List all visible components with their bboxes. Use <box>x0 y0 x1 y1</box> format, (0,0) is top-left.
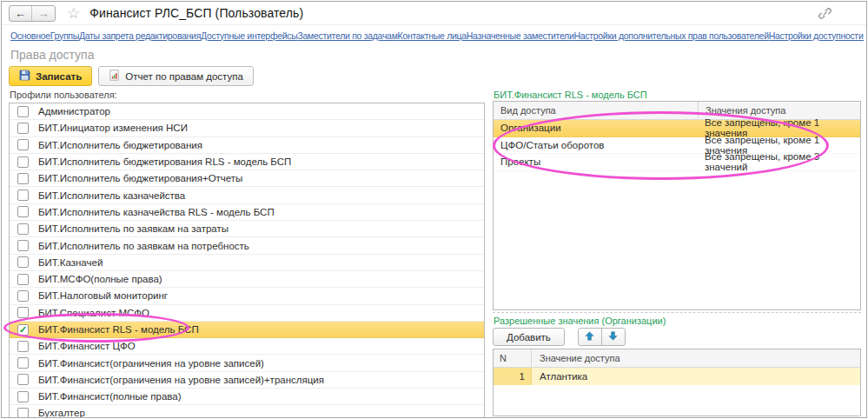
access-kind-cell: Проекты <box>494 156 698 167</box>
forward-button[interactable]: → <box>32 6 55 21</box>
get-link-icon[interactable] <box>818 7 832 23</box>
checkbox[interactable] <box>17 391 29 402</box>
command-bar: Записать Отчет по правам доступа <box>9 66 254 86</box>
checkbox[interactable] <box>17 374 29 385</box>
checkbox[interactable] <box>17 290 29 302</box>
checkbox[interactable] <box>17 357 29 369</box>
nav-link[interactable]: Контактные лица <box>398 30 467 41</box>
access-rights-report-button[interactable]: Отчет по правам доступа <box>98 66 254 86</box>
checkbox[interactable] <box>17 106 29 117</box>
nav-link[interactable]: Доступные интерфейсы <box>201 30 297 41</box>
checkbox[interactable]: ✓ <box>17 324 29 336</box>
profile-row[interactable]: БИТ.Финансист(ограничения на уровне запи… <box>10 355 484 371</box>
profile-label: БИТ.Финансист(ограничения на уровне запи… <box>38 375 324 385</box>
checkbox[interactable] <box>17 123 29 134</box>
nav-link[interactable]: Группы <box>50 30 79 41</box>
profile-row[interactable]: БИТ.Исполнитель бюджетирования+Отчеты <box>10 170 484 187</box>
access-kind-cell: ЦФО/Статьи оборотов <box>494 140 698 150</box>
save-button[interactable]: Записать <box>9 66 92 86</box>
profile-label: БИТ.Исполнитель казначейства RLS - модел… <box>38 207 275 217</box>
profile-row[interactable]: БИТ.Исполнитель казначейства RLS - модел… <box>10 204 484 221</box>
access-panel: БИТ.Финансист RLS - модель БСП Вид досту… <box>493 88 861 416</box>
nav-link[interactable]: Заместители по задачам <box>298 30 398 41</box>
column-header-n[interactable]: N <box>494 349 532 367</box>
access-kind-cell: Организации <box>494 123 698 133</box>
checkbox[interactable] <box>17 256 29 268</box>
column-header-access-value[interactable]: Значение доступа <box>532 353 860 363</box>
move-buttons-group <box>578 328 626 346</box>
checkbox[interactable] <box>17 206 29 217</box>
checkbox[interactable] <box>17 307 29 318</box>
allowed-values-table-header: N Значение доступа <box>494 349 860 368</box>
profile-label: БИТ.Казначей <box>38 257 103 268</box>
checkbox[interactable] <box>17 190 29 201</box>
back-arrow-icon: ← <box>15 8 26 19</box>
checkbox[interactable] <box>17 274 29 285</box>
access-kinds-rows: ОрганизацииВсе запрещены, кроме 1 значен… <box>494 120 860 171</box>
allowed-value-row[interactable]: 1Атлантика <box>494 368 860 385</box>
forward-arrow-icon: → <box>38 8 50 19</box>
allowed-values-table: N Значение доступа 1Атлантика <box>493 349 861 416</box>
profile-label: БИТ.Финансист(ограничения на уровне запи… <box>38 358 264 369</box>
panel-splitter[interactable] <box>493 312 861 313</box>
profile-label: Бухгалтер <box>38 408 85 418</box>
profile-row[interactable]: БИТ.МСФО(полные права) <box>10 271 484 288</box>
access-kinds-table: Вид доступа Значения доступа Организации… <box>493 101 861 310</box>
checkbox[interactable] <box>17 139 29 150</box>
move-up-button[interactable] <box>578 328 602 346</box>
checkbox[interactable] <box>17 341 29 352</box>
checkbox[interactable] <box>17 408 29 418</box>
report-icon <box>109 70 120 83</box>
back-button[interactable]: ← <box>10 6 32 21</box>
profiles-panel: Профили пользователя: АдминистраторБИТ.И… <box>9 88 485 416</box>
profile-row[interactable]: БИТ.Исполнитель бюджетирования <box>10 137 484 154</box>
profile-row[interactable]: Бухгалтер <box>10 405 484 418</box>
column-header-access-kind[interactable]: Вид доступа <box>494 105 698 116</box>
profile-row[interactable]: БИТ.Финансист(полные права) <box>10 389 484 405</box>
checkbox[interactable] <box>17 240 29 251</box>
profile-label: БИТ.Специалист МСФО <box>38 308 149 318</box>
column-header-access-values[interactable]: Значения доступа <box>698 102 860 119</box>
profile-row[interactable]: БИТ.Специалист МСФО <box>10 305 484 322</box>
profile-row[interactable]: Администратор <box>10 103 484 120</box>
profile-label: БИТ.Финансист ЦФО <box>38 341 136 351</box>
checkbox[interactable] <box>17 156 29 168</box>
profile-label: БИТ.МСФО(полные права) <box>38 274 162 284</box>
profile-row[interactable]: БИТ.Финансист ЦФО <box>10 338 484 355</box>
profile-label: БИТ.Исполнитель бюджетирования+Отчеты <box>38 173 242 183</box>
checkbox[interactable] <box>17 223 29 235</box>
title-bar: ← → ☆ Финансист РЛС_БСП (Пользователь) <box>2 2 866 25</box>
add-button[interactable]: Добавить <box>493 328 565 346</box>
profile-row[interactable]: БИТ.Инициатор изменения НСИ <box>10 120 484 136</box>
checkbox[interactable] <box>17 173 29 184</box>
allowed-values-header: Разрешенные значения (Организации) <box>494 316 666 326</box>
arrow-up-icon <box>585 330 594 343</box>
profile-row[interactable]: БИТ.Налоговый мониторинг <box>10 288 484 304</box>
floppy-disk-icon <box>19 70 30 83</box>
nav-link[interactable]: Основное <box>10 30 50 41</box>
profile-row[interactable]: БИТ.Исполнитель по заявкам на потребност… <box>10 237 484 254</box>
move-down-button[interactable] <box>601 328 626 346</box>
favorite-star-icon[interactable]: ☆ <box>67 6 80 21</box>
profile-label: Администратор <box>38 106 110 116</box>
profile-label: БИТ.Исполнитель бюджетирования RLS - мод… <box>38 156 291 167</box>
profile-row[interactable]: ✓БИТ.Финансист RLS - модель БСП <box>10 322 484 338</box>
profile-row[interactable]: БИТ.Исполнитель казначейства <box>10 187 484 203</box>
nav-link[interactable]: Настройки дополнительных прав пользовате… <box>573 30 768 41</box>
profiles-list: АдминистраторБИТ.Инициатор изменения НСИ… <box>9 103 485 418</box>
nav-link[interactable]: Настройки доступности вариантов <box>769 30 864 41</box>
profile-label: БИТ.Исполнитель казначейства <box>38 190 185 201</box>
history-nav-group: ← → <box>9 5 56 22</box>
profile-row[interactable]: БИТ.Казначей <box>10 255 484 271</box>
nav-links-row: ОсновноеГруппыДаты запрета редактировани… <box>10 27 864 43</box>
profile-row[interactable]: БИТ.Исполнитель бюджетирования RLS - мод… <box>10 154 484 170</box>
nav-link[interactable]: Даты запрета редактирования <box>79 30 201 41</box>
profile-label: БИТ.Исполнитель бюджетирования <box>38 140 202 150</box>
profile-row[interactable]: БИТ.Финансист(ограничения на уровне запи… <box>10 372 484 389</box>
nav-link[interactable]: Назначенные заместители <box>467 30 574 41</box>
profile-label: БИТ.Налоговый мониторинг <box>38 290 168 301</box>
profile-row[interactable]: БИТ.Исполнитель по заявкам на затраты <box>10 221 484 237</box>
row-number-cell: 1 <box>494 368 532 385</box>
profile-label: БИТ.Исполнитель по заявкам на потребност… <box>38 241 249 251</box>
access-kind-row[interactable]: ПроектыВсе запрещены, кроме 3 значений <box>494 154 860 171</box>
